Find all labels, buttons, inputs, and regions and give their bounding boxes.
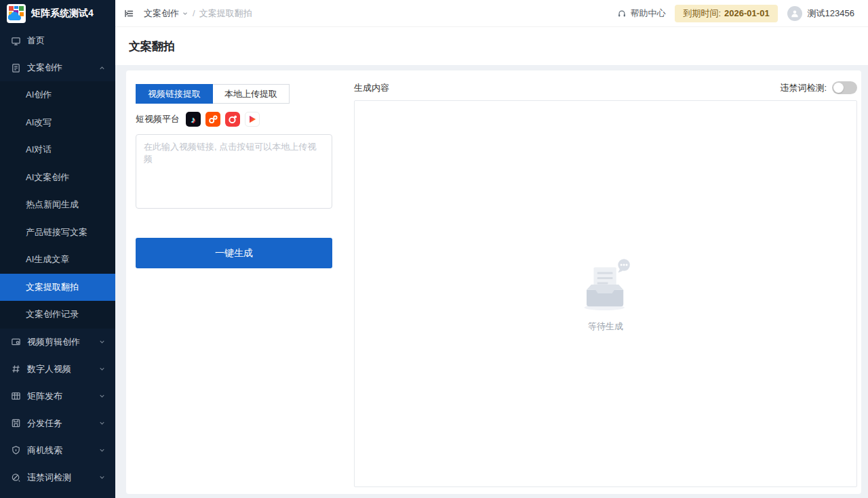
forbidden-word-toggle-row: 违禁词检测: [780, 81, 857, 94]
main-area: 文案创作 / 文案提取翻拍 帮助中心 到期时间: 2026-01-01 [115, 0, 868, 498]
sidebar-subitem-product-link[interactable]: 产品链接写文案 [0, 219, 115, 247]
sidebar-subitem-ai-create[interactable]: AI创作 [0, 81, 115, 109]
chevron-up-icon [98, 64, 106, 72]
expiry-date: 2026-01-01 [724, 8, 770, 18]
topbar-right: 帮助中心 到期时间: 2026-01-01 测试123456 [617, 5, 854, 22]
chevron-down-icon [98, 447, 106, 454]
video-icon [11, 337, 21, 347]
forbid-icon [11, 472, 21, 482]
sidebar-item-copywriting[interactable]: 文案创作 [0, 54, 115, 81]
app-window: 矩阵系统测试4 首页 文案创作 AI创作 [0, 0, 868, 498]
kuaishou-icon[interactable] [205, 112, 220, 127]
grid-icon [11, 391, 21, 401]
shield-icon [11, 445, 21, 455]
breadcrumb-current: 文案提取翻拍 [199, 7, 252, 20]
extract-tabs: 视频链接提取 本地上传提取 [136, 84, 332, 104]
sidebar-subitem-copy-history[interactable]: 文案创作记录 [0, 301, 115, 329]
tab-video-link-extract[interactable]: 视频链接提取 [136, 84, 213, 104]
page-title-bar: 文案翻拍 [115, 27, 868, 65]
empty-state-text: 等待生成 [588, 320, 623, 333]
home-icon [11, 36, 21, 46]
chevron-down-icon [98, 392, 106, 400]
huoshan-icon[interactable] [225, 112, 240, 127]
sidebar-subitem-hot-news[interactable]: 热点新闻生成 [0, 191, 115, 219]
sidebar-item-digital-human[interactable]: 数字人视频 [0, 356, 115, 383]
sidebar-subitem-ai-rewrite[interactable]: AI改写 [0, 109, 115, 137]
app-logo-icon [7, 4, 26, 23]
sidebar-subitem-copy-extract-active[interactable]: 文案提取翻拍 [0, 274, 115, 302]
breadcrumb: 文案创作 / 文案提取翻拍 [144, 7, 252, 20]
page-title: 文案翻拍 [129, 39, 854, 54]
avatar [787, 6, 802, 21]
chevron-down-icon [98, 419, 106, 427]
user-menu[interactable]: 测试123456 [787, 6, 854, 21]
hash-icon [11, 364, 21, 374]
result-header: 生成内容 违禁词检测: [354, 81, 857, 94]
app-title: 矩阵系统测试4 [31, 7, 94, 20]
result-title: 生成内容 [354, 82, 389, 94]
forbidden-word-toggle[interactable] [832, 81, 857, 94]
copywriting-submenu: AI创作 AI改写 AI对话 AI文案创作 热点新闻生成 产品链接写文案 AI生… [0, 81, 115, 329]
sidebar-subitem-ai-copy[interactable]: AI文案创作 [0, 164, 115, 192]
breadcrumb-separator: / [193, 8, 195, 18]
sidebar-item-business-leads[interactable]: 商机线索 [0, 437, 115, 464]
video-link-input[interactable] [136, 134, 332, 209]
empty-inbox-icon [575, 255, 636, 312]
generated-content-box: 等待生成 [354, 100, 857, 487]
content-background: 视频链接提取 本地上传提取 短视频平台 ♪ [115, 65, 868, 498]
sidebar-subitem-ai-article[interactable]: AI生成文章 [0, 246, 115, 274]
sidebar-item-home[interactable]: 首页 [0, 27, 115, 54]
save-icon [11, 418, 21, 428]
sidebar-subitem-ai-chat[interactable]: AI对话 [0, 136, 115, 164]
chevron-down-icon [98, 338, 106, 346]
generate-button[interactable]: 一键生成 [136, 238, 332, 268]
topbar: 文案创作 / 文案提取翻拍 帮助中心 到期时间: 2026-01-01 [115, 0, 868, 27]
platform-label: 短视频平台 [136, 113, 180, 125]
chevron-down-icon [98, 365, 106, 373]
tab-local-upload-extract[interactable]: 本地上传提取 [213, 84, 290, 104]
brand-logo-row: 矩阵系统测试4 [0, 0, 115, 27]
doc-icon [11, 63, 21, 73]
sidebar-item-forbidden-words[interactable]: 违禁词检测 [0, 464, 115, 491]
sidebar: 矩阵系统测试4 首页 文案创作 AI创作 [0, 0, 115, 498]
forbidden-word-toggle-label: 违禁词检测: [780, 82, 827, 94]
douyin-icon[interactable]: ♪ [186, 112, 201, 127]
breadcrumb-group[interactable]: 文案创作 [144, 7, 189, 20]
sidebar-menu: 首页 文案创作 AI创作 AI改写 AI对话 AI文案创作 热点新闻生成 产品链… [0, 27, 115, 498]
chevron-down-icon [182, 10, 189, 17]
platform-row: 短视频平台 ♪ [136, 112, 332, 127]
help-center-link[interactable]: 帮助中心 [617, 7, 665, 20]
expiry-badge: 到期时间: 2026-01-01 [675, 5, 777, 22]
sidebar-item-dispatch-tasks[interactable]: 分发任务 [0, 410, 115, 437]
headset-icon [617, 9, 627, 18]
result-panel: 生成内容 违禁词检测: [354, 80, 857, 487]
user-icon [790, 9, 800, 18]
weishi-icon[interactable] [245, 112, 260, 127]
extract-panel: 视频链接提取 本地上传提取 短视频平台 ♪ [136, 80, 332, 487]
chevron-down-icon [98, 474, 106, 481]
sidebar-item-matrix-publish[interactable]: 矩阵发布 [0, 383, 115, 410]
username: 测试123456 [808, 7, 854, 20]
sidebar-item-video-edit[interactable]: 视频剪辑创作 [0, 329, 115, 356]
sidebar-collapse-icon[interactable] [123, 8, 134, 19]
content-card: 视频链接提取 本地上传提取 短视频平台 ♪ [126, 70, 861, 494]
